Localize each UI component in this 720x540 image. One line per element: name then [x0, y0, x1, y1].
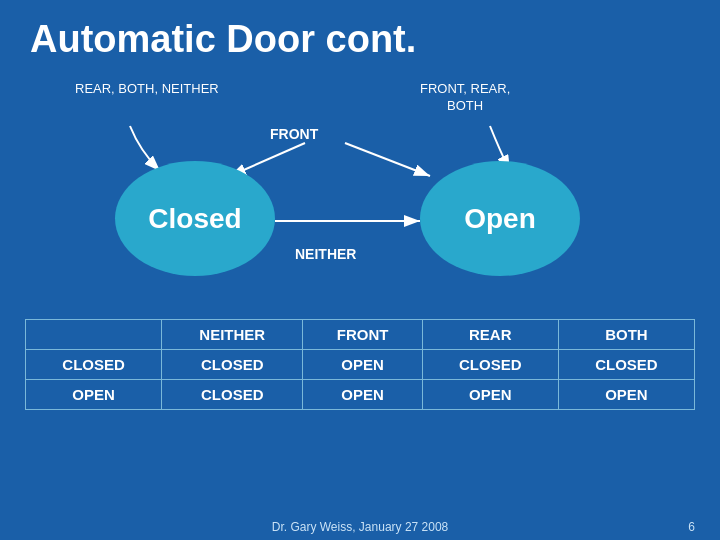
label-rear: REAR, BOTH, NEITHER — [75, 81, 219, 98]
table-container: NEITHER FRONT REAR BOTH CLOSED CLOSED OP… — [25, 319, 695, 410]
row1-col1: CLOSED — [162, 350, 303, 380]
label-front-rear: FRONT, REAR,BOTH — [420, 81, 510, 115]
label-front: FRONT — [270, 126, 318, 142]
page-title: Automatic Door cont. — [0, 0, 720, 71]
col-header-0 — [26, 320, 162, 350]
row2-col3: OPEN — [422, 380, 558, 410]
row1-col0: CLOSED — [26, 350, 162, 380]
row2-col2: OPEN — [303, 380, 422, 410]
col-header-4: BOTH — [558, 320, 694, 350]
footer-page: 6 — [688, 520, 695, 534]
row1-col4: CLOSED — [558, 350, 694, 380]
diagram-area: REAR, BOTH, NEITHER FRONT, REAR,BOTH FRO… — [0, 71, 720, 311]
circle-closed: Closed — [115, 161, 275, 276]
row2-col1: CLOSED — [162, 380, 303, 410]
col-header-1: NEITHER — [162, 320, 303, 350]
row1-col3: CLOSED — [422, 350, 558, 380]
col-header-3: REAR — [422, 320, 558, 350]
data-table: NEITHER FRONT REAR BOTH CLOSED CLOSED OP… — [25, 319, 695, 410]
label-neither: NEITHER — [295, 246, 356, 262]
table-header-row: NEITHER FRONT REAR BOTH — [26, 320, 695, 350]
row2-col0: OPEN — [26, 380, 162, 410]
footer-citation: Dr. Gary Weiss, January 27 2008 — [0, 520, 720, 534]
col-header-2: FRONT — [303, 320, 422, 350]
table-row: OPEN CLOSED OPEN OPEN OPEN — [26, 380, 695, 410]
row1-col2: OPEN — [303, 350, 422, 380]
circle-open: Open — [420, 161, 580, 276]
row2-col4: OPEN — [558, 380, 694, 410]
table-row: CLOSED CLOSED OPEN CLOSED CLOSED — [26, 350, 695, 380]
